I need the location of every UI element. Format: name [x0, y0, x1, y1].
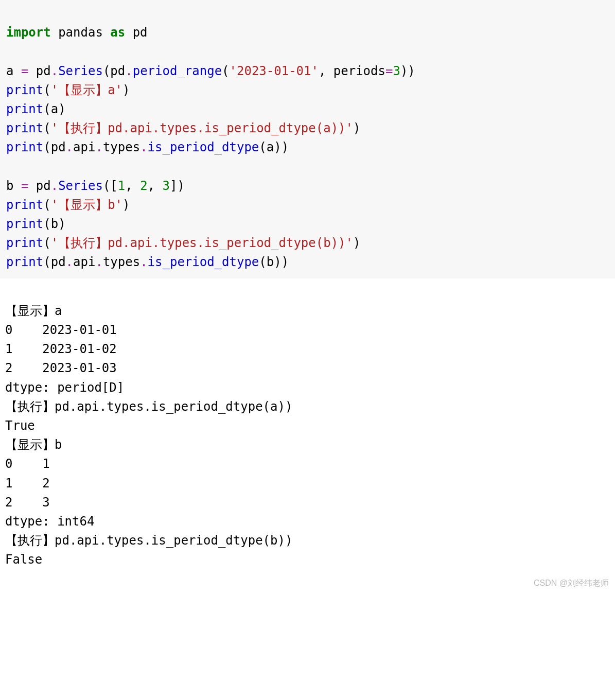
fn-print: print — [6, 198, 43, 212]
output-line: True — [5, 418, 35, 433]
string-literal: '2023-01-01' — [230, 64, 319, 78]
output-line: 0 1 — [5, 457, 50, 471]
string-literal: '【执行】pd.api.types.is_period_dtype(b))' — [51, 236, 353, 250]
code-line-6: print('【执行】pd.api.types.is_period_dtype(… — [6, 121, 360, 135]
output-block: 【显示】a 0 2023-01-01 1 2023-01-02 2 2023-0… — [0, 278, 615, 593]
fn-series: Series — [58, 179, 103, 193]
code-line-9: b = pd.Series([1, 2, 3]) — [6, 179, 185, 193]
keyword-as: as — [110, 25, 125, 40]
fn-print: print — [6, 140, 43, 154]
output-line: 2 2023-01-03 — [5, 361, 117, 375]
fn-print: print — [6, 83, 43, 97]
code-block: import pandas as pd a = pd.Series(pd.per… — [0, 0, 615, 278]
output-line: dtype: period[D] — [5, 380, 124, 395]
output-line: 【执行】pd.api.types.is_period_dtype(b)) — [5, 533, 292, 548]
fn-print: print — [6, 236, 43, 250]
fn-print: print — [6, 255, 43, 269]
output-line: dtype: int64 — [5, 514, 94, 529]
output-line: 【显示】b — [5, 437, 62, 452]
code-line-4: print('【显示】a') — [6, 83, 130, 97]
keyword-import: import — [6, 25, 51, 40]
code-line-10: print('【显示】b') — [6, 198, 130, 212]
output-line: False — [5, 552, 42, 567]
code-line-7: print(pd.api.types.is_period_dtype(a)) — [6, 140, 289, 154]
output-line: 2 3 — [5, 495, 50, 510]
fn-series: Series — [58, 64, 103, 78]
output-line: 【执行】pd.api.types.is_period_dtype(a)) — [5, 399, 292, 414]
fn-print: print — [6, 121, 43, 135]
code-line-3: a = pd.Series(pd.period_range('2023-01-0… — [6, 64, 415, 78]
code-line-13: print(pd.api.types.is_period_dtype(b)) — [6, 255, 289, 269]
fn-is-period-dtype: is_period_dtype — [148, 140, 259, 154]
output-line: 0 2023-01-01 — [5, 323, 117, 337]
fn-print: print — [6, 217, 43, 231]
fn-print: print — [6, 102, 43, 116]
code-line-5: print(a) — [6, 102, 66, 116]
code-line-12: print('【执行】pd.api.types.is_period_dtype(… — [6, 236, 360, 250]
number-literal: 3 — [393, 64, 400, 78]
fn-is-period-dtype: is_period_dtype — [148, 255, 259, 269]
code-line-11: print(b) — [6, 217, 66, 231]
output-line: 【显示】a — [5, 304, 62, 318]
string-literal: '【显示】a' — [51, 83, 122, 97]
fn-period-range: period_range — [133, 64, 222, 78]
watermark: CSDN @刘经纬老师 — [534, 577, 609, 590]
output-line: 1 2 — [5, 476, 50, 491]
string-literal: '【执行】pd.api.types.is_period_dtype(a))' — [51, 121, 353, 135]
string-literal: '【显示】b' — [51, 198, 122, 212]
code-line-1: import pandas as pd — [6, 25, 148, 40]
output-line: 1 2023-01-02 — [5, 342, 117, 356]
